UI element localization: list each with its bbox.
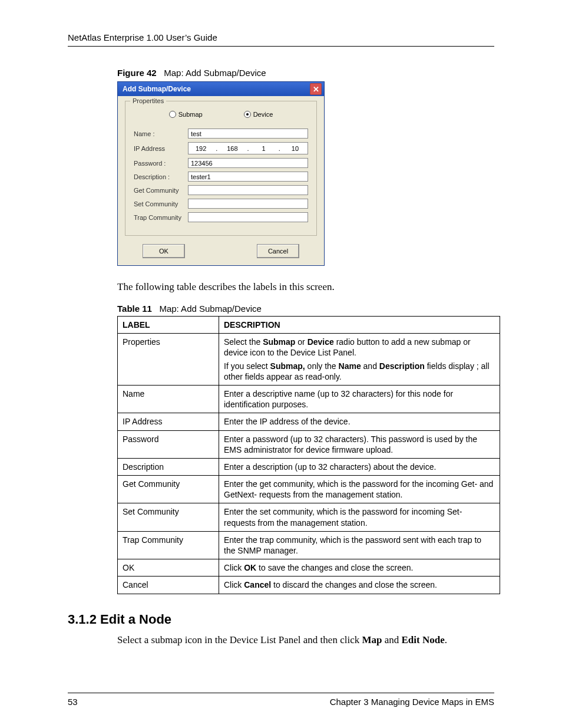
table-row: OKClick OK to save the changes and close… <box>118 559 500 577</box>
figure-caption-text: Map: Add Submap/Device <box>164 68 266 78</box>
row-description: Click OK to save the changes and close t… <box>219 559 500 577</box>
row-description: Enter a descriptive name (up to 32 chara… <box>219 385 500 413</box>
table-row: PropertiesSelect the Submap or Device ra… <box>118 334 500 386</box>
name-field[interactable]: test <box>188 129 308 139</box>
row-description: Enter a password (up to 32 characters). … <box>219 430 500 458</box>
table-row: Get CommunityEnter the get community, wh… <box>118 476 500 503</box>
dialog-body: Propertites Submap Device Name : test <box>118 96 324 265</box>
table-row: NameEnter a descriptive name (up to 32 c… <box>118 385 500 413</box>
get-community-field[interactable] <box>188 185 308 195</box>
trap-community-label: Trap Community <box>134 214 184 221</box>
row-description: Enter the IP address of the device. <box>219 413 500 430</box>
section-paragraph: Select a submap icon in the Device List … <box>117 634 494 646</box>
row-label: Cancel <box>118 577 219 594</box>
table-label: Table 11 <box>117 304 152 314</box>
dialog-button-row: OK Cancel <box>125 244 317 258</box>
radio-circle-icon <box>169 111 176 118</box>
password-field[interactable]: 123456 <box>188 158 308 168</box>
header-title: NetAtlas Enterprise 1.00 User’s Guide <box>68 32 217 42</box>
section-heading: 3.1.2 Edit a Node <box>68 612 494 627</box>
row-description: Enter a description (up to 32 characters… <box>219 458 500 475</box>
properties-fieldset: Propertites Submap Device Name : test <box>125 101 317 236</box>
dialog-titlebar: Add Submap/Device ✕ <box>118 82 324 96</box>
row-description: Click Cancel to discard the changes and … <box>219 577 500 594</box>
row-label: Trap Community <box>118 531 219 559</box>
dialog-title: Add Submap/Device <box>123 85 191 93</box>
table-row: IP AddressEnter the IP address of the de… <box>118 413 500 430</box>
col-label: LABEL <box>118 317 219 334</box>
row-label: OK <box>118 559 219 577</box>
row-label: Password <box>118 430 219 458</box>
table-caption-text: Map: Add Submap/Device <box>159 304 261 314</box>
type-radio-group: Submap Device <box>134 111 308 118</box>
figure-label: Figure 42 <box>117 68 157 78</box>
row-description: Enter the get community, which is the pa… <box>219 476 500 503</box>
table-row: CancelClick Cancel to discard the change… <box>118 577 500 594</box>
row-description: Enter the trap community, which is the p… <box>219 531 500 559</box>
radio-submap[interactable]: Submap <box>169 111 203 118</box>
page-footer: 53 Chapter 3 Managing Device Maps in EMS <box>68 693 494 707</box>
cancel-button[interactable]: Cancel <box>257 244 299 258</box>
ip-field[interactable]: 192. 168. 1. 10 <box>188 142 308 154</box>
row-label: Get Community <box>118 476 219 503</box>
row-label: Name <box>118 385 219 413</box>
label-description-table: LABEL DESCRIPTION PropertiesSelect the S… <box>117 316 500 594</box>
name-label: Name : <box>134 130 184 137</box>
row-description: Select the Submap or Device radio button… <box>219 334 500 386</box>
table-row: DescriptionEnter a description (up to 32… <box>118 458 500 475</box>
col-description: DESCRIPTION <box>219 317 500 334</box>
password-label: Password : <box>134 160 184 167</box>
radio-submap-label: Submap <box>178 111 203 118</box>
dialog-figure: Add Submap/Device ✕ Propertites Submap D… <box>117 81 494 266</box>
radio-circle-icon <box>244 111 251 118</box>
add-submap-device-dialog: Add Submap/Device ✕ Propertites Submap D… <box>117 81 325 266</box>
set-community-field[interactable] <box>188 199 308 209</box>
description-label: Description : <box>134 173 184 180</box>
radio-device[interactable]: Device <box>244 111 273 118</box>
figure-caption: Figure 42 Map: Add Submap/Device <box>117 68 494 78</box>
description-field[interactable]: tester1 <box>188 172 308 182</box>
row-label: Set Community <box>118 503 219 531</box>
table-row: PasswordEnter a password (up to 32 chara… <box>118 430 500 458</box>
page-header: NetAtlas Enterprise 1.00 User’s Guide <box>68 32 494 47</box>
trap-community-field[interactable] <box>188 212 308 222</box>
table-row: Trap CommunityEnter the trap community, … <box>118 531 500 559</box>
table-row: Set CommunityEnter the set community, wh… <box>118 503 500 531</box>
chapter-label: Chapter 3 Managing Device Maps in EMS <box>330 697 494 707</box>
table-header-row: LABEL DESCRIPTION <box>118 317 500 334</box>
row-label: Description <box>118 458 219 475</box>
ok-button[interactable]: OK <box>143 244 185 258</box>
set-community-label: Set Community <box>134 200 184 207</box>
get-community-label: Get Community <box>134 187 184 194</box>
close-icon[interactable]: ✕ <box>310 83 322 95</box>
intro-paragraph: The following table describes the labels… <box>117 281 494 293</box>
table-caption: Table 11 Map: Add Submap/Device <box>117 304 494 314</box>
ip-label: IP Address <box>134 145 184 152</box>
row-label: IP Address <box>118 413 219 430</box>
row-description: Enter the set community, which is the pa… <box>219 503 500 531</box>
page-number: 53 <box>68 697 78 707</box>
radio-device-label: Device <box>253 111 273 118</box>
row-label: Properties <box>118 334 219 386</box>
fieldset-legend: Propertites <box>130 97 166 104</box>
